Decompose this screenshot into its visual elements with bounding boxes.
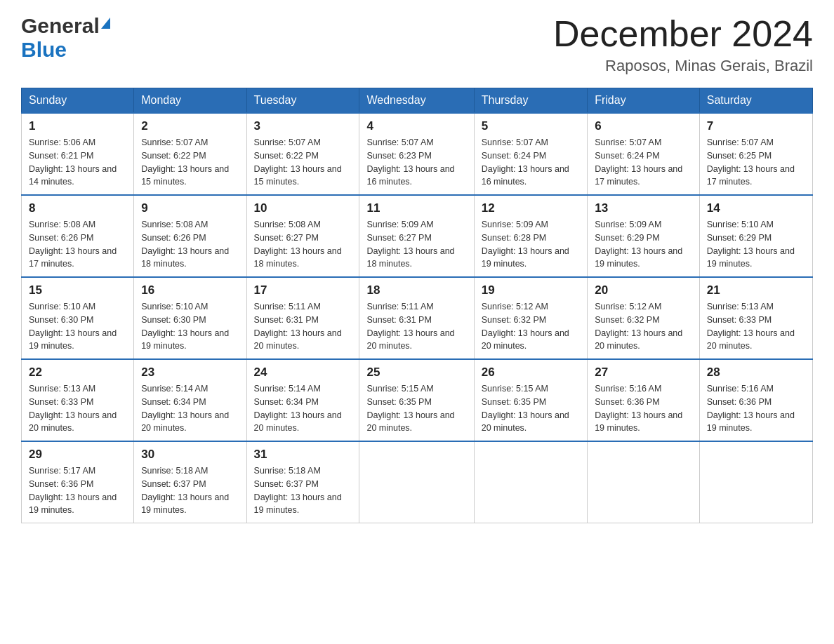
day-number: 22 bbox=[29, 365, 126, 380]
header-tuesday: Tuesday bbox=[246, 88, 359, 114]
calendar-cell: 9 Sunrise: 5:08 AM Sunset: 6:26 PM Dayli… bbox=[134, 195, 246, 277]
day-number: 20 bbox=[595, 283, 692, 297]
day-number: 29 bbox=[29, 448, 126, 462]
day-number: 9 bbox=[141, 201, 239, 215]
calendar-cell: 29 Sunrise: 5:17 AM Sunset: 6:36 PM Dayl… bbox=[22, 441, 134, 523]
month-title: December 2024 bbox=[553, 14, 813, 54]
day-info: Sunrise: 5:14 AM Sunset: 6:34 PM Dayligh… bbox=[141, 382, 239, 435]
day-number: 26 bbox=[482, 365, 580, 380]
calendar-cell: 10 Sunrise: 5:08 AM Sunset: 6:27 PM Dayl… bbox=[246, 195, 359, 277]
day-info: Sunrise: 5:15 AM Sunset: 6:35 PM Dayligh… bbox=[482, 382, 580, 435]
day-info: Sunrise: 5:13 AM Sunset: 6:33 PM Dayligh… bbox=[29, 382, 126, 435]
calendar-cell: 25 Sunrise: 5:15 AM Sunset: 6:35 PM Dayl… bbox=[359, 359, 474, 441]
day-number: 4 bbox=[366, 119, 466, 133]
day-info: Sunrise: 5:16 AM Sunset: 6:36 PM Dayligh… bbox=[707, 382, 805, 435]
calendar-cell: 27 Sunrise: 5:16 AM Sunset: 6:36 PM Dayl… bbox=[588, 359, 700, 441]
day-info: Sunrise: 5:17 AM Sunset: 6:36 PM Dayligh… bbox=[29, 464, 126, 517]
day-number: 30 bbox=[141, 448, 239, 462]
day-info: Sunrise: 5:15 AM Sunset: 6:35 PM Dayligh… bbox=[366, 382, 466, 435]
day-info: Sunrise: 5:07 AM Sunset: 6:22 PM Dayligh… bbox=[254, 136, 352, 189]
day-number: 16 bbox=[141, 283, 239, 297]
header-monday: Monday bbox=[134, 88, 246, 114]
logo-general-text: General bbox=[21, 14, 100, 38]
day-number: 27 bbox=[595, 365, 692, 380]
calendar-cell: 19 Sunrise: 5:12 AM Sunset: 6:32 PM Dayl… bbox=[474, 277, 587, 359]
day-number: 5 bbox=[482, 119, 580, 133]
day-number: 23 bbox=[141, 365, 239, 380]
day-info: Sunrise: 5:11 AM Sunset: 6:31 PM Dayligh… bbox=[254, 300, 352, 353]
day-info: Sunrise: 5:09 AM Sunset: 6:28 PM Dayligh… bbox=[482, 218, 580, 271]
day-info: Sunrise: 5:08 AM Sunset: 6:26 PM Dayligh… bbox=[141, 218, 239, 271]
day-info: Sunrise: 5:07 AM Sunset: 6:24 PM Dayligh… bbox=[482, 136, 580, 189]
calendar-cell: 31 Sunrise: 5:18 AM Sunset: 6:37 PM Dayl… bbox=[246, 441, 359, 523]
header-friday: Friday bbox=[588, 88, 700, 114]
day-info: Sunrise: 5:07 AM Sunset: 6:23 PM Dayligh… bbox=[366, 136, 466, 189]
day-number: 28 bbox=[707, 365, 805, 380]
header-row: SundayMondayTuesdayWednesdayThursdayFrid… bbox=[22, 88, 813, 114]
day-number: 14 bbox=[707, 201, 805, 215]
day-info: Sunrise: 5:14 AM Sunset: 6:34 PM Dayligh… bbox=[254, 382, 352, 435]
calendar-cell: 8 Sunrise: 5:08 AM Sunset: 6:26 PM Dayli… bbox=[22, 195, 134, 277]
day-number: 2 bbox=[141, 119, 239, 133]
day-info: Sunrise: 5:12 AM Sunset: 6:32 PM Dayligh… bbox=[595, 300, 692, 353]
calendar-cell: 2 Sunrise: 5:07 AM Sunset: 6:22 PM Dayli… bbox=[134, 113, 246, 195]
week-row-3: 15 Sunrise: 5:10 AM Sunset: 6:30 PM Dayl… bbox=[22, 277, 813, 359]
day-number: 31 bbox=[254, 448, 352, 462]
calendar-cell: 6 Sunrise: 5:07 AM Sunset: 6:24 PM Dayli… bbox=[588, 113, 700, 195]
calendar-cell bbox=[699, 441, 812, 523]
week-row-5: 29 Sunrise: 5:17 AM Sunset: 6:36 PM Dayl… bbox=[22, 441, 813, 523]
calendar-cell: 28 Sunrise: 5:16 AM Sunset: 6:36 PM Dayl… bbox=[699, 359, 812, 441]
day-info: Sunrise: 5:10 AM Sunset: 6:30 PM Dayligh… bbox=[141, 300, 239, 353]
calendar-cell bbox=[474, 441, 587, 523]
day-info: Sunrise: 5:11 AM Sunset: 6:31 PM Dayligh… bbox=[366, 300, 466, 353]
calendar-cell: 18 Sunrise: 5:11 AM Sunset: 6:31 PM Dayl… bbox=[359, 277, 474, 359]
day-info: Sunrise: 5:09 AM Sunset: 6:29 PM Dayligh… bbox=[595, 218, 692, 271]
week-row-2: 8 Sunrise: 5:08 AM Sunset: 6:26 PM Dayli… bbox=[22, 195, 813, 277]
title-area: December 2024 Raposos, Minas Gerais, Bra… bbox=[553, 14, 813, 75]
calendar-cell: 12 Sunrise: 5:09 AM Sunset: 6:28 PM Dayl… bbox=[474, 195, 587, 277]
day-number: 8 bbox=[29, 201, 126, 215]
day-info: Sunrise: 5:13 AM Sunset: 6:33 PM Dayligh… bbox=[707, 300, 805, 353]
calendar-cell: 22 Sunrise: 5:13 AM Sunset: 6:33 PM Dayl… bbox=[22, 359, 134, 441]
calendar-cell: 23 Sunrise: 5:14 AM Sunset: 6:34 PM Dayl… bbox=[134, 359, 246, 441]
calendar-cell: 14 Sunrise: 5:10 AM Sunset: 6:29 PM Dayl… bbox=[699, 195, 812, 277]
calendar-cell bbox=[588, 441, 700, 523]
day-number: 3 bbox=[254, 119, 352, 133]
calendar-cell: 1 Sunrise: 5:06 AM Sunset: 6:21 PM Dayli… bbox=[22, 113, 134, 195]
day-info: Sunrise: 5:08 AM Sunset: 6:27 PM Dayligh… bbox=[254, 218, 352, 271]
day-info: Sunrise: 5:09 AM Sunset: 6:27 PM Dayligh… bbox=[366, 218, 466, 271]
day-number: 13 bbox=[595, 201, 692, 215]
logo: General Blue bbox=[21, 14, 110, 62]
day-info: Sunrise: 5:18 AM Sunset: 6:37 PM Dayligh… bbox=[141, 464, 239, 517]
week-row-4: 22 Sunrise: 5:13 AM Sunset: 6:33 PM Dayl… bbox=[22, 359, 813, 441]
day-number: 21 bbox=[707, 283, 805, 297]
day-info: Sunrise: 5:12 AM Sunset: 6:32 PM Dayligh… bbox=[482, 300, 580, 353]
location-title: Raposos, Minas Gerais, Brazil bbox=[553, 57, 813, 75]
header-wednesday: Wednesday bbox=[359, 88, 474, 114]
day-number: 19 bbox=[482, 283, 580, 297]
header-thursday: Thursday bbox=[474, 88, 587, 114]
calendar-cell: 17 Sunrise: 5:11 AM Sunset: 6:31 PM Dayl… bbox=[246, 277, 359, 359]
day-number: 25 bbox=[366, 365, 466, 380]
page-header: General Blue December 2024 Raposos, Mina… bbox=[21, 14, 813, 75]
day-number: 18 bbox=[366, 283, 466, 297]
day-number: 12 bbox=[482, 201, 580, 215]
calendar-cell: 4 Sunrise: 5:07 AM Sunset: 6:23 PM Dayli… bbox=[359, 113, 474, 195]
calendar-cell: 7 Sunrise: 5:07 AM Sunset: 6:25 PM Dayli… bbox=[699, 113, 812, 195]
day-number: 6 bbox=[595, 119, 692, 133]
calendar-cell: 24 Sunrise: 5:14 AM Sunset: 6:34 PM Dayl… bbox=[246, 359, 359, 441]
logo-blue-text: Blue bbox=[21, 38, 67, 62]
calendar-cell: 26 Sunrise: 5:15 AM Sunset: 6:35 PM Dayl… bbox=[474, 359, 587, 441]
day-info: Sunrise: 5:10 AM Sunset: 6:29 PM Dayligh… bbox=[707, 218, 805, 271]
calendar-cell: 30 Sunrise: 5:18 AM Sunset: 6:37 PM Dayl… bbox=[134, 441, 246, 523]
calendar-cell: 11 Sunrise: 5:09 AM Sunset: 6:27 PM Dayl… bbox=[359, 195, 474, 277]
day-info: Sunrise: 5:07 AM Sunset: 6:22 PM Dayligh… bbox=[141, 136, 239, 189]
calendar-cell: 16 Sunrise: 5:10 AM Sunset: 6:30 PM Dayl… bbox=[134, 277, 246, 359]
calendar-cell: 21 Sunrise: 5:13 AM Sunset: 6:33 PM Dayl… bbox=[699, 277, 812, 359]
week-row-1: 1 Sunrise: 5:06 AM Sunset: 6:21 PM Dayli… bbox=[22, 113, 813, 195]
calendar-table: SundayMondayTuesdayWednesdayThursdayFrid… bbox=[21, 88, 813, 523]
logo-triangle-icon bbox=[101, 18, 110, 29]
day-info: Sunrise: 5:16 AM Sunset: 6:36 PM Dayligh… bbox=[595, 382, 692, 435]
day-number: 17 bbox=[254, 283, 352, 297]
day-number: 7 bbox=[707, 119, 805, 133]
